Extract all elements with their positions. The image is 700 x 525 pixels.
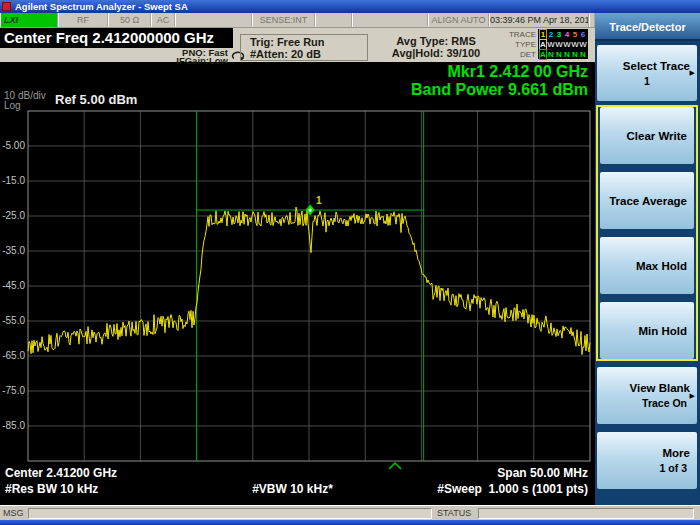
footer-sweep: #Sweep 1.000 s (1001 pts) — [388, 482, 588, 496]
menu-button-label: Select Trace — [597, 60, 697, 72]
trace-5-trace: 5 — [571, 30, 579, 39]
status-label: STATUS — [437, 508, 471, 519]
menu-button-label: More — [597, 447, 697, 459]
menu-button-label: Max Hold — [600, 260, 694, 272]
msg-field — [28, 508, 432, 519]
spectrum-plot: 1 — [27, 110, 591, 480]
status-spacer — [175, 13, 252, 27]
trace-5-type: W — [571, 40, 579, 49]
trace-table-letters: AWWWWW — [538, 39, 588, 49]
trace-4-type: W — [563, 40, 571, 49]
spectrum-plot-svg: 1 — [27, 110, 591, 476]
footer-rbw: #Res BW 10 kHz — [5, 482, 98, 496]
msg-label: MSG — [3, 508, 24, 519]
status-spacer — [315, 13, 352, 27]
trace-table-row: TYPEAWWWWW — [500, 39, 592, 49]
avg-hold-label: Avg|Hold: 39/100 — [372, 47, 500, 59]
footer-center-freq: Center 2.41200 GHz — [5, 466, 117, 480]
menu-title: Trace/Detector — [595, 13, 700, 41]
sense-indicator: SENSE:INT — [252, 13, 315, 27]
trace-1-det: A — [539, 49, 547, 60]
y-axis-tick-label: -65.0 — [0, 350, 25, 361]
trace-table-row-label: DET — [500, 50, 538, 59]
status-field — [478, 508, 694, 519]
avg-type-label: Avg Type: RMS — [372, 35, 500, 47]
marker-readout: Mkr1 2.412 00 GHz Band Power 9.661 dBm — [280, 63, 588, 99]
rf-indicator: RF — [58, 13, 108, 27]
band-power-readout: Band Power 9.661 dBm — [280, 81, 588, 99]
trace-6-det: N — [579, 50, 587, 59]
center-freq-readout: Center Freq 2.412000000 GHz — [0, 28, 233, 48]
y-axis-tick-label: -35.0 — [0, 245, 25, 256]
y-axis-tick-label: -75.0 — [0, 385, 25, 396]
marker-1-label: 1 — [316, 195, 322, 206]
coupling-indicator: AC — [151, 13, 175, 27]
trace-table-row: TRACE123456 — [500, 29, 592, 39]
submenu-arrow-icon: ▶ — [690, 69, 695, 77]
trace-2-trace: 2 — [547, 30, 555, 39]
trace-status-table: TRACE123456TYPEAWWWWWDETANNNNN — [500, 29, 592, 59]
trace-2-type: W — [547, 40, 555, 49]
menu-button-more[interactable]: More1 of 3 — [597, 432, 697, 489]
trace-table-row-label: TYPE — [500, 40, 538, 49]
measurement-header: Center Freq 2.412000000 GHz PNO: Fast IF… — [0, 28, 595, 62]
trace-4-trace: 4 — [563, 30, 571, 39]
footer-span: Span 50.00 MHz — [388, 466, 588, 480]
menu-button-trace-average[interactable]: Trace Average — [600, 172, 694, 229]
trigger-info-box: Trig: Free Run #Atten: 20 dB — [240, 34, 368, 61]
ref-level-label: Ref 5.00 dBm — [55, 92, 137, 107]
menu-button-value: 1 of 3 — [597, 462, 697, 474]
trigger-label: Trig: Free Run — [250, 36, 367, 48]
menu-button-value: 1 — [597, 75, 697, 87]
menu-button-max-hold[interactable]: Max Hold — [600, 237, 694, 294]
status-row: LXI RF 50 Ω AC SENSE:INT ALIGN AUTO 03:3… — [0, 13, 595, 28]
trace-table-letters: 123456 — [538, 29, 588, 39]
clock: 03:39:46 PM Apr 18, 2016 — [489, 13, 589, 27]
y-axis-tick-label: -85.0 — [0, 420, 25, 431]
y-axis-tick-label: -15.0 — [0, 175, 25, 186]
log-scale-label: Log — [4, 101, 21, 111]
message-status-bar: MSG STATUS — [0, 505, 700, 520]
agilent-app-icon — [2, 2, 11, 11]
bottom-edge-strip — [0, 520, 700, 525]
menu-button-label: Clear Write — [600, 130, 694, 142]
y-axis-tick-label: -45.0 — [0, 280, 25, 291]
trace-table-row-label: TRACE — [500, 30, 538, 39]
impedance-indicator: 50 Ω — [108, 13, 151, 27]
submenu-arrow-icon: ▶ — [690, 392, 695, 400]
trace-5-det: N — [571, 50, 579, 59]
menu-button-label: View Blank — [597, 382, 697, 394]
window-title: Agilent Spectrum Analyzer - Swept SA — [15, 0, 188, 13]
status-spacer — [352, 13, 428, 27]
menu-button-label: Min Hold — [600, 325, 694, 337]
trace-6-type: W — [579, 40, 587, 49]
lxi-indicator: LXI — [0, 13, 58, 27]
trace-3-type: W — [555, 40, 563, 49]
averaging-info: Avg Type: RMS Avg|Hold: 39/100 — [372, 35, 500, 59]
y-axis-tick-label: -25.0 — [0, 210, 25, 221]
menu-button-view-blank[interactable]: View BlankTrace On▶ — [597, 367, 697, 424]
trace-3-trace: 3 — [555, 30, 563, 39]
ifgain-label: IFGain:Low — [128, 55, 228, 66]
trace-table-row: DETANNNNN — [500, 49, 592, 59]
trace-table-letters: ANNNNN — [538, 49, 588, 59]
atten-label: #Atten: 20 dB — [250, 48, 367, 60]
window-title-bar: Agilent Spectrum Analyzer - Swept SA — [0, 0, 700, 13]
trace-2-det: N — [547, 50, 555, 59]
marker-frequency: Mkr1 2.412 00 GHz — [280, 63, 588, 81]
align-indicator: ALIGN AUTO — [428, 13, 489, 27]
y-axis-tick-label: -55.0 — [0, 315, 25, 326]
spectrum-analyzer-screen: Agilent Spectrum Analyzer - Swept SA LXI… — [0, 0, 700, 525]
marker-1-center-dot — [309, 208, 312, 211]
trace-6-trace: 6 — [579, 30, 587, 39]
trace-3-det: N — [555, 50, 563, 59]
menu-button-value: Trace On — [597, 397, 697, 409]
menu-button-clear-write[interactable]: Clear Write — [600, 107, 694, 164]
menu-button-select-trace[interactable]: Select Trace1▶ — [597, 45, 697, 101]
menu-button-min-hold[interactable]: Min Hold — [600, 302, 694, 359]
y-axis-tick-label: -5.00 — [0, 140, 25, 151]
footer-vbw: #VBW 10 kHz* — [225, 482, 360, 496]
trace-4-det: N — [563, 50, 571, 59]
menu-button-label: Trace Average — [600, 195, 694, 207]
